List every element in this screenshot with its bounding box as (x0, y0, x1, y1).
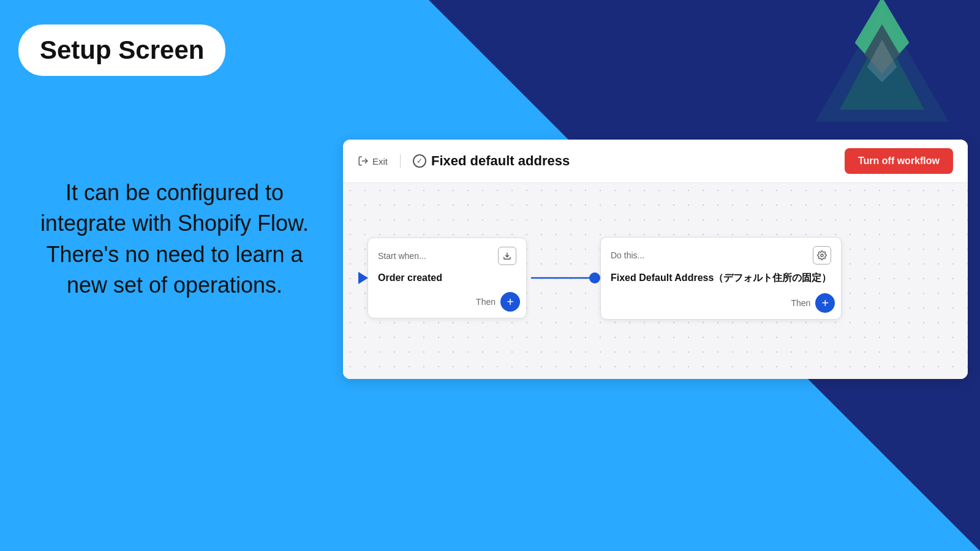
exit-button[interactable]: Exit (358, 156, 388, 167)
workflow-panel: Exit ✓ Fixed default address Turn off wo… (343, 140, 968, 379)
trigger-then-label: Then (476, 297, 496, 307)
play-icon (358, 272, 368, 284)
download-icon (503, 252, 511, 260)
settings-icon (817, 250, 827, 260)
check-circle-icon: ✓ (413, 154, 426, 168)
trigger-add-button[interactable]: + (500, 292, 520, 312)
trigger-header-left: Start when... (378, 251, 426, 261)
workflow-title: Fixed default address (431, 153, 570, 169)
svg-point-9 (821, 254, 823, 257)
flow-connector (527, 229, 600, 327)
vue-logo (802, 0, 962, 129)
action-add-button[interactable]: + (815, 293, 835, 313)
action-then-label: Then (791, 298, 810, 308)
page-title: Setup Screen (40, 36, 204, 65)
title-badge: Setup Screen (18, 24, 225, 76)
action-settings-btn[interactable] (813, 246, 831, 264)
exit-icon (358, 156, 369, 167)
trigger-footer: Then + (368, 292, 526, 318)
trigger-content: Order created (368, 270, 526, 292)
workflow-canvas: Start when... Order created Then + (343, 183, 968, 379)
connector-end-dot (589, 272, 600, 283)
header-divider (400, 154, 401, 168)
action-footer: Then + (601, 293, 841, 319)
description-text: It can be configured to integrate with S… (37, 178, 312, 301)
header-left: Exit ✓ Fixed default address (358, 153, 570, 169)
action-content: Fixed Default Address（デフォルト住所の固定） (601, 269, 841, 293)
action-node: Do this... Fixed Default Address（デフォルト住所… (600, 237, 842, 320)
action-node-header: Do this... (601, 238, 841, 269)
action-header-left: Do this... (611, 250, 644, 260)
action-label: Do this... (611, 250, 644, 260)
trigger-node: Start when... Order created Then + (368, 238, 527, 318)
turn-off-button[interactable]: Turn off workflow (845, 148, 953, 174)
trigger-node-header: Start when... (368, 238, 526, 270)
trigger-download-btn[interactable] (498, 247, 516, 265)
workflow-title-area: ✓ Fixed default address (413, 153, 570, 169)
workflow-header: Exit ✓ Fixed default address Turn off wo… (343, 140, 968, 183)
trigger-label: Start when... (378, 251, 426, 261)
